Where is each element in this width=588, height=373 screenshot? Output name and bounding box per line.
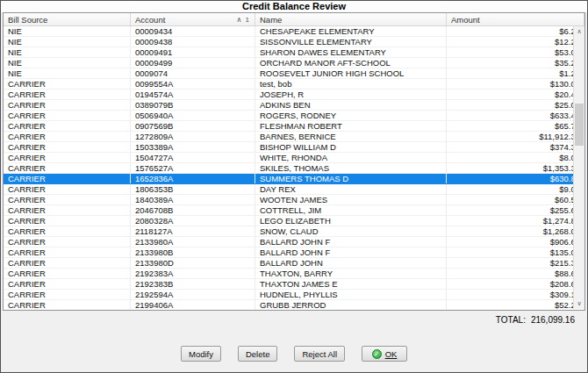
table-row[interactable]: CARRIER 2192383B THAXTON JAMES E $208.66 — [4, 279, 584, 290]
cell-account: 2192594A — [131, 290, 255, 299]
scroll-down-icon[interactable]: ∨ — [574, 298, 584, 309]
table-row[interactable]: CARRIER 0389079B ADKINS BEN $25.00 — [4, 100, 584, 111]
cell-bill-source: CARRIER — [4, 216, 131, 226]
vertical-scrollbar[interactable]: ∧ ∨ — [573, 26, 584, 309]
table-row[interactable]: NIE 00009491 SHARON DAWES ELEMENTARY $53… — [4, 47, 584, 58]
cell-account: 2192383A — [131, 269, 255, 278]
cell-bill-source: CARRIER — [4, 290, 131, 299]
cell-amount: $11,912.34 — [447, 132, 584, 141]
cell-name: THAXTON, BARRY — [255, 269, 447, 278]
cell-amount: $53.00 — [447, 47, 584, 57]
cell-name: WOOTEN JAMES — [255, 195, 447, 204]
cell-name: GRUBB JERROD — [255, 300, 447, 310]
cell-account: 2133980B — [131, 247, 255, 257]
table-row[interactable]: CARRIER 2133980A BALLARD JOHN F $906.66 — [4, 237, 584, 247]
column-header-label: Amount — [451, 15, 480, 25]
cell-name: ADKINS BEN — [255, 100, 447, 110]
cell-amount: $215.31 — [447, 258, 584, 268]
cell-amount: $630.89 — [447, 174, 584, 183]
column-header-account[interactable]: Account ∧ 1 — [131, 13, 255, 25]
cell-account: 2192383B — [131, 279, 255, 289]
ok-button-label: OK — [385, 349, 398, 359]
cell-account: 2046708B — [131, 205, 255, 215]
reject-all-button[interactable]: Reject All — [294, 346, 345, 362]
table-row[interactable]: CARRIER 2133980D BALLARD JOHN $215.31 — [4, 258, 584, 269]
column-header-amount[interactable]: Amount — [447, 13, 584, 25]
cell-account: 1806353B — [131, 184, 255, 194]
action-button-row: Modify Delete Reject All ✓ OK — [1, 346, 587, 362]
cell-bill-source: CARRIER — [4, 132, 131, 141]
cell-amount: $6.25 — [447, 26, 584, 36]
ok-check-icon: ✓ — [372, 349, 382, 359]
table-row[interactable]: CARRIER 1503389A BISHOP WILLIAM D $374.3… — [4, 142, 584, 153]
cell-bill-source: CARRIER — [4, 237, 131, 247]
table-row[interactable]: CARRIER 2192383A THAXTON, BARRY $88.63 — [4, 269, 584, 279]
table-row[interactable]: CARRIER 2118127A SNOW, CLAUD $1,268.03 — [4, 226, 584, 237]
table-row[interactable]: CARRIER 1652836A SUMMERS THOMAS D $630.8… — [4, 174, 584, 184]
table-row[interactable]: CARRIER 0506940A ROGERS, RODNEY $633.42 — [4, 111, 584, 121]
ok-button[interactable]: ✓ OK — [362, 346, 407, 362]
total-label: TOTAL: — [496, 315, 526, 325]
cell-amount: $8.05 — [447, 153, 584, 162]
table-row[interactable]: CARRIER 1576527A SKILES, THOMAS $1,353.3… — [4, 163, 584, 174]
table-row[interactable]: CARRIER 0907569B FLESHMAN ROBERT $65.72 — [4, 121, 584, 132]
column-header-bill-source[interactable]: Bill Source — [4, 13, 131, 25]
column-header-name[interactable]: Name — [255, 13, 447, 25]
table-row[interactable]: NIE 00009499 ORCHARD MANOR AFT-SCHOOL $3… — [4, 58, 584, 68]
cell-amount: $88.63 — [447, 269, 584, 278]
credit-balance-review-dialog: Credit Balance Review Bill Source Accoun… — [0, 0, 588, 373]
cell-account: 00009499 — [131, 58, 255, 68]
scroll-up-icon[interactable]: ∧ — [574, 26, 584, 37]
table-row[interactable]: CARRIER 2080328A LEGO ELIZABETH $1,274.8… — [4, 216, 584, 226]
cell-name: CHESAPEAKE ELEMENTARY — [255, 26, 447, 36]
cell-name: BALLARD JOHN — [255, 258, 447, 268]
credit-balance-table: Bill Source Account ∧ 1 Name Amount NIE … — [3, 12, 585, 311]
table-row[interactable]: CARRIER 2046708B COTTRELL, JIM $255.67 — [4, 205, 584, 216]
cell-name: DAY REX — [255, 184, 447, 194]
scrollbar-thumb[interactable] — [575, 104, 584, 146]
cell-name: WHITE, RHONDA — [255, 153, 447, 162]
cell-bill-source: CARRIER — [4, 121, 131, 131]
cell-bill-source: CARRIER — [4, 100, 131, 110]
cell-account: 0009074 — [131, 68, 255, 78]
cell-account: 1840389A — [131, 195, 255, 204]
cell-amount: $1,268.03 — [447, 226, 584, 236]
cell-amount: $12.25 — [447, 37, 584, 47]
cell-account: 2199406A — [131, 300, 255, 310]
table-row[interactable]: CARRIER 1840389A WOOTEN JAMES $60.54 — [4, 195, 584, 205]
delete-button[interactable]: Delete — [238, 346, 277, 362]
cell-bill-source: CARRIER — [4, 90, 131, 99]
table-row[interactable]: CARRIER 0099554A test, bob $130.00 — [4, 79, 584, 90]
table-row[interactable]: NIE 00009438 SISSONVILLE ELEMENTARY $12.… — [4, 37, 584, 47]
cell-name: SKILES, THOMAS — [255, 163, 447, 173]
table-row[interactable]: NIE 0009074 ROOSEVELT JUNIOR HIGH SCHOOL… — [4, 68, 584, 79]
cell-bill-source: CARRIER — [4, 258, 131, 268]
cell-account: 0907569B — [131, 121, 255, 131]
cell-account: 2133980D — [131, 258, 255, 268]
cell-amount: $65.72 — [447, 121, 584, 131]
column-header-label: Name — [260, 15, 282, 25]
table-row[interactable]: CARRIER 2192594A HUDNELL, PHYLLIS $309.1… — [4, 290, 584, 300]
cell-amount: $52.26 — [447, 300, 584, 310]
cell-name: SHARON DAWES ELEMENTARY — [255, 47, 447, 57]
cell-bill-source: CARRIER — [4, 174, 131, 183]
cell-bill-source: NIE — [4, 58, 131, 68]
table-row[interactable]: CARRIER 2199406A GRUBB JERROD $52.26 — [4, 300, 584, 310]
cell-account: 0506940A — [131, 111, 255, 120]
modify-button[interactable]: Modify — [181, 346, 221, 362]
cell-name: ROGERS, RODNEY — [255, 111, 447, 120]
table-row[interactable]: CARRIER 2133980B BALLARD JOHN F $135.06 — [4, 247, 584, 258]
cell-name: LEGO ELIZABETH — [255, 216, 447, 226]
table-row[interactable]: CARRIER 1504727A WHITE, RHONDA $8.05 — [4, 153, 584, 163]
cell-account: 00009434 — [131, 26, 255, 36]
table-row[interactable]: CARRIER 1806353B DAY REX $9.00 — [4, 184, 584, 195]
cell-amount: $25.00 — [447, 100, 584, 110]
table-row[interactable]: CARRIER 0194574A JOSEPH, R $20.40 — [4, 90, 584, 100]
cell-bill-source: NIE — [4, 26, 131, 36]
cell-name: BISHOP WILLIAM D — [255, 142, 447, 152]
sort-indicator-icon: ∧ 1 — [236, 16, 250, 24]
table-row[interactable]: CARRIER 1272809A BARNES, BERNICE $11,912… — [4, 132, 584, 142]
cell-name: THAXTON JAMES E — [255, 279, 447, 289]
table-row[interactable]: NIE 00009434 CHESAPEAKE ELEMENTARY $6.25 — [4, 26, 584, 37]
cell-amount: $309.13 — [447, 290, 584, 299]
